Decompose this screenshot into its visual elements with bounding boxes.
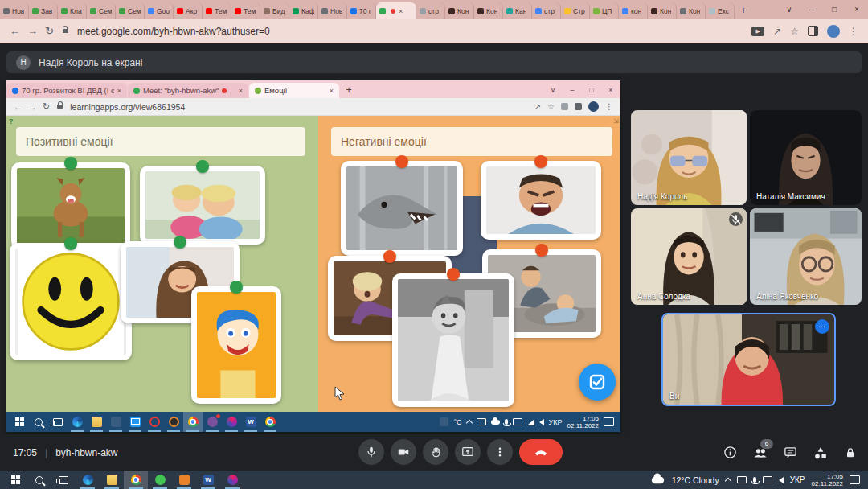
browser-tab[interactable]: 70 г [347, 2, 376, 19]
close-tab-icon[interactable]: × [239, 87, 243, 95]
browser-tab[interactable]: Вид [260, 2, 289, 19]
taskbar-button-search[interactable] [27, 471, 51, 489]
notification-center-icon[interactable] [850, 475, 860, 484]
browser-tab[interactable]: Нов [0, 2, 29, 19]
taskbar-button-chrome[interactable] [183, 412, 203, 432]
taskbar-button-start[interactable] [3, 471, 27, 489]
present-screen-button[interactable] [455, 439, 481, 465]
browser-tab[interactable]: Нов [318, 2, 347, 19]
forward-icon[interactable]: → [28, 102, 37, 112]
new-tab-button[interactable]: + [735, 2, 752, 19]
meeting-details-icon[interactable] [723, 446, 737, 459]
taskbar-button-photos[interactable] [106, 412, 125, 432]
participant-tile[interactable]: Ви⋯ [661, 313, 836, 406]
host-controls-icon[interactable] [844, 446, 857, 459]
profile-avatar[interactable] [588, 101, 599, 112]
minimize-icon[interactable]: – [800, 0, 823, 19]
profile-avatar[interactable] [827, 25, 840, 38]
end-call-button[interactable] [519, 439, 563, 465]
taskbar-button-orange-app[interactable] [172, 471, 196, 489]
browser-menu-icon[interactable]: ⋮ [849, 26, 858, 37]
extension-icon[interactable] [561, 103, 568, 110]
browser-tab[interactable]: кон [619, 2, 648, 19]
browser-tab[interactable]: Акр [174, 2, 203, 19]
taskbar-button-word[interactable]: W [241, 412, 260, 432]
browser-tab[interactable]: Тем [231, 2, 260, 19]
language-indicator[interactable]: УКР [790, 475, 805, 484]
display-tray-icon[interactable] [763, 476, 772, 483]
taskbar-button-file-explorer[interactable] [100, 471, 124, 489]
raise-hand-button[interactable] [423, 439, 448, 465]
tab-meet-active[interactable]: × [376, 2, 416, 19]
taskbar-button-chrome[interactable] [124, 471, 148, 489]
angry-man-photo[interactable] [481, 161, 601, 240]
participant-tile[interactable]: Аліна Яковченко [750, 208, 862, 305]
back-icon[interactable]: ← [10, 25, 20, 37]
taskbar-button-edge[interactable] [68, 412, 87, 432]
reload-icon[interactable]: ↻ [43, 101, 50, 112]
taskbar-button-word[interactable]: W [196, 471, 220, 489]
side-panel-icon[interactable] [808, 26, 818, 36]
notification-center-icon[interactable] [604, 417, 614, 426]
hidden-icons-chevron[interactable] [465, 419, 472, 425]
more-options-button[interactable] [487, 439, 513, 465]
browser-tab[interactable]: Кла [58, 2, 87, 19]
bookmark-star-icon[interactable]: ☆ [547, 102, 555, 111]
media-control-icon[interactable]: ▶ [751, 27, 764, 36]
participant-tile[interactable]: Анна Солодка [631, 208, 747, 305]
snarling-wolf-photo[interactable] [341, 161, 463, 256]
smiley-face-image[interactable] [10, 243, 132, 360]
taskbar-button-search[interactable] [29, 412, 48, 432]
fullscreen-icon[interactable]: ⇲ [613, 117, 618, 125]
taskbar-button-chrome-2[interactable] [260, 412, 280, 432]
url-text[interactable]: learningapps.org/view6861954 [70, 102, 185, 112]
taskbar-button-colorful-app[interactable] [220, 471, 244, 489]
mic-tray-icon[interactable] [753, 477, 756, 483]
bookmark-star-icon[interactable]: ☆ [790, 26, 799, 37]
shared-browser-tab[interactable]: Meet: "byh-hbwn-akw"× [128, 83, 248, 98]
close-tab-icon[interactable]: × [117, 87, 121, 95]
close-tab-icon[interactable]: × [330, 87, 334, 95]
hidden-icons-chevron[interactable] [724, 477, 731, 483]
display-tray-icon[interactable] [513, 418, 522, 425]
taskbar-button-green-app[interactable] [148, 471, 172, 489]
joy-cartoon-image[interactable] [191, 286, 281, 404]
help-icon[interactable]: ? [9, 117, 14, 125]
browser-tab[interactable]: стр [532, 2, 561, 19]
reload-icon[interactable]: ↻ [45, 25, 54, 37]
browser-tab[interactable]: Зав [29, 2, 58, 19]
browser-tab[interactable]: Кон [474, 2, 503, 19]
extension-icon[interactable] [575, 103, 582, 110]
maximize-icon[interactable]: □ [582, 82, 601, 98]
browser-tab[interactable]: Сем [116, 2, 145, 19]
maximize-icon[interactable]: □ [823, 0, 845, 19]
taskbar-button-mail[interactable] [125, 412, 145, 432]
participant-tile[interactable]: Наталія Максимич [750, 110, 862, 205]
taskbar-clock[interactable]: 17:0502.11.2022 [812, 473, 843, 487]
url-text[interactable]: meet.google.com/byh-hbwn-akw?authuser=0 [77, 26, 270, 37]
browser-tab[interactable]: Каф [289, 2, 318, 19]
browser-tab[interactable]: ЦП [590, 2, 619, 19]
browser-tab[interactable]: Сем [87, 2, 116, 19]
browser-tab[interactable]: Стр [561, 2, 590, 19]
back-icon[interactable]: ← [14, 102, 23, 112]
close-icon[interactable]: × [845, 0, 868, 19]
taskbar-button-colorful-app[interactable] [222, 412, 241, 432]
mother-child-hug-photo[interactable] [140, 166, 265, 244]
tab-search-icon[interactable]: ∨ [543, 82, 563, 98]
minimize-icon[interactable]: – [563, 82, 582, 98]
chat-icon[interactable] [784, 446, 797, 459]
speaker-tray-icon[interactable] [779, 477, 784, 483]
happy-dog-photo[interactable] [11, 162, 130, 249]
taskbar-button-edge[interactable] [76, 471, 100, 489]
weather-widget[interactable]: °C [453, 418, 461, 426]
weather-widget-icon[interactable] [440, 417, 448, 426]
share-icon[interactable]: ↗ [773, 26, 781, 37]
browser-tab[interactable]: Кан [503, 2, 532, 19]
taskbar-button-task-view[interactable] [51, 471, 76, 489]
taskbar-button-start[interactable] [10, 412, 29, 432]
browser-tab[interactable]: Кон [677, 2, 706, 19]
participants-icon[interactable]: 6 [753, 446, 768, 460]
display-tray-icon[interactable] [477, 418, 486, 425]
browser-tab[interactable]: Тем [203, 2, 231, 19]
